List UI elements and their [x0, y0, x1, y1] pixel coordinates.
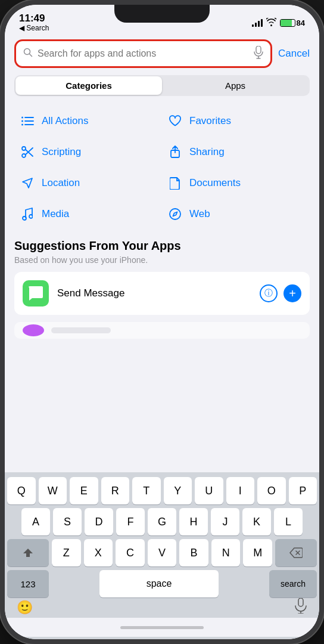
key-l[interactable]: L [274, 508, 303, 535]
keyboard-row-2: A S D F G H J K L [7, 508, 317, 535]
key-s[interactable]: S [53, 508, 82, 535]
document-icon [167, 175, 183, 191]
suggestions-section: Suggestions From Your Apps Based on how … [5, 230, 319, 320]
key-k[interactable]: K [242, 508, 271, 535]
status-time: 11:49 [19, 13, 49, 24]
categories-grid: All Actions Favorites [5, 103, 319, 230]
location-icon [19, 175, 36, 191]
suggestion-send-message-label: Send Message [57, 287, 251, 299]
key-123[interactable]: 123 [7, 570, 49, 597]
key-x[interactable]: X [84, 539, 113, 566]
category-web[interactable]: Web [162, 199, 310, 230]
dictate-icon[interactable] [294, 598, 307, 617]
key-r[interactable]: R [101, 477, 130, 504]
key-y[interactable]: Y [164, 477, 192, 504]
category-location-label: Location [42, 177, 80, 189]
key-shift[interactable] [7, 539, 49, 566]
key-search[interactable]: search [269, 570, 317, 597]
key-delete[interactable] [275, 539, 317, 566]
phone-frame: 11:49 ◀ Search [0, 0, 324, 644]
heart-icon [167, 113, 183, 129]
suggestion-actions: ⓘ + [260, 284, 301, 302]
notch [114, 5, 210, 23]
home-bar [7, 618, 317, 637]
category-sharing-label: Sharing [189, 146, 225, 158]
music-icon [19, 206, 36, 222]
info-button[interactable]: ⓘ [260, 284, 278, 302]
share-icon [167, 144, 183, 160]
svg-point-17 [29, 215, 33, 218]
keyboard-row-3: Z X C V B N M [7, 539, 317, 566]
peek-icon [23, 324, 44, 336]
category-all-actions-label: All Actions [42, 115, 88, 127]
svg-point-9 [21, 120, 23, 122]
key-q[interactable]: Q [7, 477, 36, 504]
key-i[interactable]: I [226, 477, 255, 504]
svg-point-10 [21, 124, 23, 126]
search-icon [23, 48, 33, 60]
svg-point-18 [170, 209, 180, 219]
key-p[interactable]: P [289, 477, 317, 504]
key-w[interactable]: W [39, 477, 67, 504]
svg-line-13 [26, 148, 33, 155]
category-all-actions[interactable]: All Actions [14, 106, 162, 137]
battery-indicator: 84 [280, 18, 305, 27]
tab-categories[interactable]: Categories [15, 76, 162, 95]
wifi-icon [266, 18, 276, 28]
keyboard-row-1: Q W E R T Y U I O P [7, 477, 317, 504]
messages-app-icon [23, 280, 49, 306]
key-t[interactable]: T [132, 477, 161, 504]
key-v[interactable]: V [148, 539, 177, 566]
battery-percent: 84 [297, 18, 305, 27]
key-f[interactable]: F [116, 508, 145, 535]
svg-rect-2 [256, 46, 261, 54]
keyboard-bottom-bar: 🙂 [7, 597, 317, 618]
home-bar-line [120, 626, 204, 629]
key-n[interactable]: N [211, 539, 241, 566]
phone-screen: 11:49 ◀ Search [5, 5, 319, 639]
key-z[interactable]: Z [52, 539, 81, 566]
list-icon [19, 113, 36, 129]
key-j[interactable]: J [211, 508, 239, 535]
key-b[interactable]: B [179, 539, 208, 566]
key-o[interactable]: O [257, 477, 286, 504]
keyboard-rows: Q W E R T Y U I O P A S D F G [7, 477, 317, 597]
key-d[interactable]: D [85, 508, 113, 535]
add-button[interactable]: + [284, 284, 301, 302]
search-bar[interactable] [14, 39, 272, 68]
category-sharing[interactable]: Sharing [162, 137, 310, 168]
key-g[interactable]: G [148, 508, 176, 535]
category-favorites[interactable]: Favorites [162, 106, 310, 137]
compass-icon [167, 206, 183, 222]
suggestions-title: Suggestions From Your Apps [14, 239, 310, 253]
key-u[interactable]: U [195, 477, 223, 504]
keyboard: Q W E R T Y U I O P A S D F G [5, 472, 319, 639]
key-a[interactable]: A [21, 508, 50, 535]
key-h[interactable]: H [179, 508, 208, 535]
category-scripting[interactable]: Scripting [14, 137, 162, 168]
key-e[interactable]: E [70, 477, 98, 504]
suggestions-subtitle: Based on how you use your iPhone. [14, 255, 310, 265]
peek-text [51, 327, 111, 333]
tab-apps[interactable]: Apps [162, 76, 309, 95]
category-media[interactable]: Media [14, 199, 162, 230]
category-media-label: Media [42, 208, 69, 220]
svg-line-14 [26, 150, 33, 157]
suggestion-peek [14, 322, 310, 339]
suggestion-send-message[interactable]: Send Message ⓘ + [14, 272, 310, 315]
key-c[interactable]: C [116, 539, 145, 566]
category-scripting-label: Scripting [42, 146, 81, 158]
key-space[interactable]: space [99, 570, 219, 597]
category-location[interactable]: Location [14, 168, 162, 199]
scissors-icon [19, 144, 36, 160]
cancel-button[interactable]: Cancel [278, 48, 310, 60]
keyboard-row-bottom: 123 space search [7, 570, 317, 597]
status-back[interactable]: ◀ Search [19, 24, 49, 32]
signal-icon [252, 18, 263, 27]
key-m[interactable]: M [243, 539, 272, 566]
category-documents[interactable]: Documents [162, 168, 310, 199]
emoji-icon[interactable]: 🙂 [17, 600, 33, 615]
search-input[interactable] [38, 48, 249, 59]
category-favorites-label: Favorites [189, 115, 231, 127]
microphone-icon[interactable] [254, 46, 263, 61]
